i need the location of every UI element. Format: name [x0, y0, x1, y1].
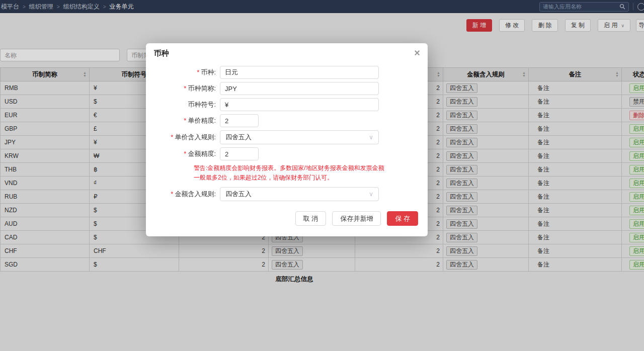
required-asterisk: *: [197, 68, 199, 76]
field-label: *币种简称:: [158, 84, 216, 93]
price-precision-input[interactable]: [220, 114, 259, 127]
save-and-new-button[interactable]: 保存并新增: [332, 211, 381, 226]
currency-name-input[interactable]: [220, 66, 379, 79]
required-asterisk: *: [184, 117, 186, 124]
form-row: *币种简称:: [158, 82, 416, 95]
currency-symbol-input[interactable]: [220, 98, 379, 111]
dialog-footer: 取 消保存并新增保 存: [146, 204, 428, 236]
select-value: 四舍五入: [225, 190, 252, 199]
required-asterisk: *: [184, 84, 186, 92]
save-button[interactable]: 保 存: [387, 211, 418, 226]
chevron-down-icon: ∨: [369, 134, 373, 141]
amount-rounding-select[interactable]: 四舍五入∨: [220, 187, 379, 201]
dialog-body: *币种:*币种简称:币种符号:*单价精度:*单价含入规则:四舍五入∨*金额精度:…: [146, 63, 428, 201]
required-asterisk: *: [184, 150, 186, 157]
dialog-title: 币种: [154, 49, 169, 57]
field-label: *金额精度:: [158, 149, 216, 158]
field-label: *单价精度:: [158, 116, 216, 125]
form-row: *金额含入规则:四舍五入∨: [158, 187, 416, 201]
form-row: *金额精度:: [158, 147, 416, 160]
dialog-header: 币种 ×: [146, 43, 428, 63]
chevron-down-icon: ∨: [369, 191, 373, 198]
field-label: *金额含入规则:: [158, 190, 216, 199]
form-row: *单价精度:: [158, 114, 416, 127]
currency-dialog: 币种 × *币种:*币种简称:币种符号:*单价精度:*单价含入规则:四舍五入∨*…: [146, 43, 428, 236]
field-label: *币种:: [158, 68, 216, 77]
price-rounding-select[interactable]: 四舍五入∨: [220, 130, 379, 144]
form-row: *币种:: [158, 66, 416, 79]
form-row: *单价含入规则:四舍五入∨: [158, 130, 416, 144]
field-label: 币种符号:: [158, 100, 216, 109]
select-value: 四舍五入: [225, 133, 252, 142]
required-asterisk: *: [171, 133, 173, 141]
precision-warning-text: 警告:金额精度会影响财务报表。多数国家/地区财务报表金额和发票金额一般最多2位，…: [194, 163, 386, 182]
close-icon[interactable]: ×: [414, 48, 420, 58]
form-row: 币种符号:: [158, 98, 416, 111]
required-asterisk: *: [171, 190, 173, 198]
cancel-button[interactable]: 取 消: [295, 211, 327, 226]
amount-precision-input[interactable]: [220, 147, 259, 160]
currency-code-input[interactable]: [220, 82, 379, 95]
field-label: *单价含入规则:: [158, 133, 216, 142]
